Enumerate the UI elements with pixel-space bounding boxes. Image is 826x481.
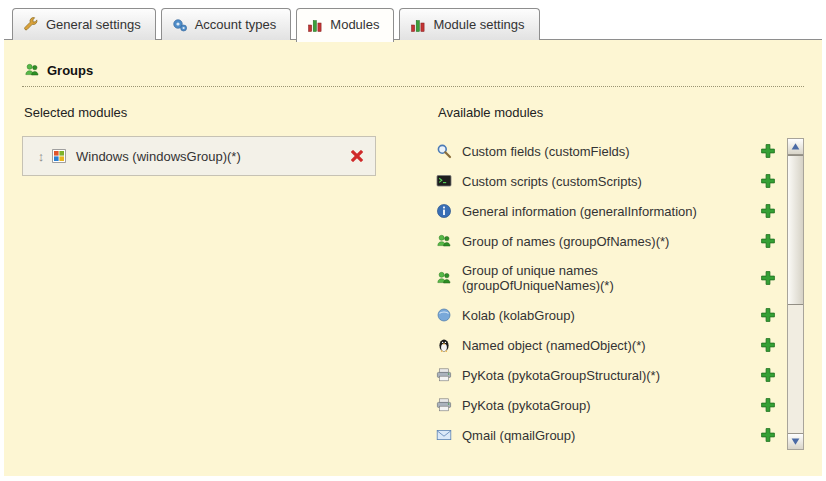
magnifier-icon: [436, 143, 452, 159]
drag-handle-icon[interactable]: ↕: [33, 149, 49, 164]
tab-label: Modules: [330, 17, 379, 32]
selected-module-row: ↕Windows (windowsGroup)(*): [23, 137, 375, 175]
content-panel: Groups Selected modules ↕Windows (window…: [4, 39, 822, 476]
kolab-icon: [436, 307, 452, 323]
available-module-label: General information (generalInformation): [462, 204, 724, 219]
available-modules-heading: Available modules: [438, 105, 804, 120]
add-module-button[interactable]: [760, 143, 776, 159]
available-module-row: Custom fields (customFields): [436, 136, 776, 166]
section-title-groups: Groups: [22, 56, 804, 87]
terminal-icon: [436, 173, 452, 189]
available-module-label: Custom fields (customFields): [462, 144, 724, 159]
tab-modules[interactable]: Modules: [296, 8, 394, 42]
scrollbar-track[interactable]: [787, 138, 804, 450]
modules-chart-icon: [307, 17, 323, 33]
gears-icon: [172, 17, 188, 33]
selected-modules-box: ↕Windows (windowsGroup)(*): [22, 136, 376, 176]
page: General settingsAccount typesModulesModu…: [0, 0, 826, 481]
printer-icon: [436, 367, 452, 383]
tab-module-settings[interactable]: Module settings: [399, 8, 539, 40]
tab-label: General settings: [46, 17, 141, 32]
group-icon: [436, 270, 452, 286]
available-modules-list: Custom fields (customFields)Custom scrip…: [436, 136, 804, 450]
selected-module-label: Windows (windowsGroup)(*): [76, 149, 349, 164]
remove-module-button[interactable]: [349, 148, 365, 164]
available-module-label: Group of names (groupOfNames)(*): [462, 234, 724, 249]
mail-icon: [436, 427, 452, 443]
available-module-row: PyKota (pykotaGroupStructural)(*): [436, 360, 776, 390]
available-module-label: Custom scripts (customScripts): [462, 174, 724, 189]
scrollbar-thumb[interactable]: [788, 155, 803, 305]
add-module-button[interactable]: [760, 203, 776, 219]
wrench-icon: [23, 17, 39, 33]
add-module-button[interactable]: [760, 233, 776, 249]
available-module-label: Group of unique names (groupOfUniqueName…: [462, 263, 724, 293]
available-module-row: Named object (namedObject)(*): [436, 330, 776, 360]
available-module-row: Group of unique names (groupOfUniqueName…: [436, 256, 776, 300]
available-module-row: Qmail (qmailGroup): [436, 420, 776, 450]
available-module-label: Named object (namedObject)(*): [462, 338, 724, 353]
add-module-button[interactable]: [760, 427, 776, 443]
add-module-button[interactable]: [760, 367, 776, 383]
add-module-button[interactable]: [760, 337, 776, 353]
selected-modules-column: Selected modules ↕Windows (windowsGroup)…: [22, 103, 414, 450]
windows-icon: [51, 148, 67, 164]
scroll-up-arrow-icon[interactable]: [788, 139, 803, 155]
section-title-text: Groups: [47, 63, 93, 78]
add-module-button[interactable]: [760, 173, 776, 189]
available-module-label: PyKota (pykotaGroup): [462, 398, 724, 413]
available-module-row: Custom scripts (customScripts): [436, 166, 776, 196]
available-module-label: PyKota (pykotaGroupStructural)(*): [462, 368, 724, 383]
tab-account-types[interactable]: Account types: [161, 8, 292, 40]
available-module-row: PyKota (pykotaGroup): [436, 390, 776, 420]
add-module-button[interactable]: [760, 307, 776, 323]
group-icon: [24, 62, 40, 78]
info-icon: [436, 203, 452, 219]
available-module-row: General information (generalInformation): [436, 196, 776, 226]
tab-label: Account types: [195, 17, 277, 32]
scroll-down-arrow-icon[interactable]: [788, 433, 803, 449]
add-module-button[interactable]: [760, 397, 776, 413]
available-module-row: Kolab (kolabGroup): [436, 300, 776, 330]
available-module-label: Kolab (kolabGroup): [462, 308, 724, 323]
penguin-icon: [436, 337, 452, 353]
selected-modules-heading: Selected modules: [24, 105, 414, 120]
printer-icon: [436, 397, 452, 413]
available-module-label: Qmail (qmailGroup): [462, 428, 724, 443]
tab-label: Module settings: [433, 17, 524, 32]
add-module-button[interactable]: [760, 270, 776, 286]
tab-bar: General settingsAccount typesModulesModu…: [0, 0, 826, 40]
group-icon: [436, 233, 452, 249]
tab-general-settings[interactable]: General settings: [12, 8, 156, 40]
modules-chart-icon: [410, 17, 426, 33]
available-modules-column: Available modules Custom fields (customF…: [436, 103, 804, 450]
available-module-row: Group of names (groupOfNames)(*): [436, 226, 776, 256]
